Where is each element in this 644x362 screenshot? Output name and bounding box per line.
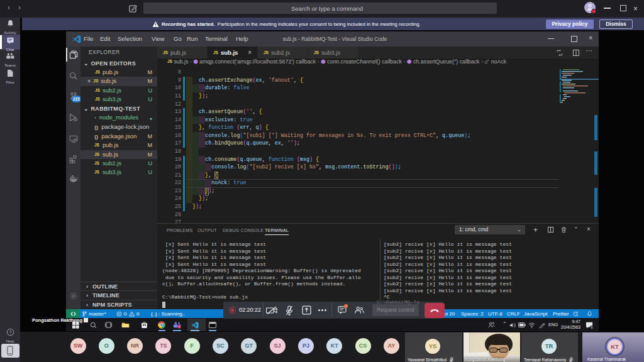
svg-text:6: 6 xyxy=(591,325,592,328)
svg-text:?: ? xyxy=(9,329,11,335)
